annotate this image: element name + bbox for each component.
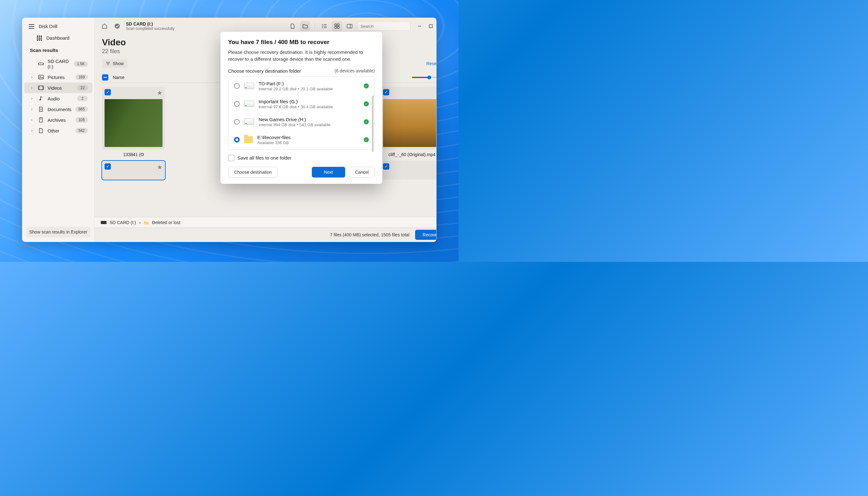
cancel-button[interactable]: Cancel xyxy=(349,167,375,177)
chevron-right-icon: › xyxy=(31,86,34,90)
sidebar-item-count: 1.5K xyxy=(74,61,88,67)
sidebar-item-archives[interactable]: › Archives 105 xyxy=(24,114,92,125)
check-badge-icon: ✓ xyxy=(364,83,369,89)
sidebar-item-count: 542 xyxy=(75,128,88,134)
destination-header: Choose recovery destination folder (6 de… xyxy=(228,68,375,74)
dashboard-label: Dashboard xyxy=(46,35,69,41)
svg-rect-3 xyxy=(39,86,44,90)
svg-point-2 xyxy=(40,76,41,77)
drive-icon xyxy=(244,101,254,107)
destination-item[interactable]: TD-Part (F:)Internal 29.2 GB disk • 29.1… xyxy=(228,77,375,95)
audio-icon xyxy=(38,96,44,101)
app-title: Disk Drill xyxy=(39,24,57,29)
destination-name: Important files (G:) xyxy=(259,99,359,104)
sidebar-item-label: Archives xyxy=(48,118,72,123)
destination-item[interactable]: E:\Recover-filesAvailable 338 GB ✓ xyxy=(228,131,375,149)
svg-rect-4 xyxy=(39,86,40,90)
destination-name: TD-Part (F:) xyxy=(259,81,359,86)
svg-rect-1 xyxy=(39,75,44,79)
destination-label: Choose recovery destination folder xyxy=(228,68,301,74)
sidebar-item-other[interactable]: › Other 542 xyxy=(24,125,92,136)
app-window: Disk Drill Dashboard Scan results SD CAR… xyxy=(22,18,437,242)
check-badge-icon: ✓ xyxy=(364,101,369,106)
check-badge-icon: ✓ xyxy=(364,119,369,124)
modal-title: You have 7 files / 400 MB to recover xyxy=(228,39,375,46)
destination-name: E:\Recover-files xyxy=(257,135,359,140)
chevron-right-icon: › xyxy=(31,75,34,79)
sidebar-item-label: Videos xyxy=(48,85,73,91)
destination-sub: Internal 97.6 GB disk • 38.4 GB availabl… xyxy=(259,105,359,109)
sidebar-item-documents[interactable]: › Documents 665 xyxy=(24,104,92,114)
svg-rect-0 xyxy=(39,63,44,65)
destination-list: TD-Part (F:)Internal 29.2 GB disk • 29.1… xyxy=(228,76,375,150)
save-one-folder-row[interactable]: Save all files to one folder xyxy=(228,155,375,161)
sidebar-item-audio[interactable]: › Audio 2 xyxy=(24,93,92,104)
choose-destination-button[interactable]: Choose destination xyxy=(228,167,278,177)
modal-buttons: Choose destination Next Cancel xyxy=(228,167,375,177)
destination-name: New Games Drive (H:) xyxy=(259,117,359,122)
radio-button[interactable] xyxy=(234,83,240,89)
destination-item[interactable]: Important files (G:)Internal 97.6 GB dis… xyxy=(228,95,375,113)
sidebar: Disk Drill Dashboard Scan results SD CAR… xyxy=(22,18,94,242)
sidebar-item-count: 105 xyxy=(75,117,88,123)
chevron-right-icon: › xyxy=(31,128,34,133)
sidebar-section-title: Scan results xyxy=(22,44,94,56)
sidebar-footer: Show scan results in Explorer xyxy=(22,223,94,242)
chevron-right-icon: › xyxy=(31,118,34,122)
chevron-right-icon: › xyxy=(31,107,34,111)
folder-icon xyxy=(244,136,253,143)
image-icon xyxy=(38,75,44,79)
drive-icon xyxy=(244,83,254,89)
disk-icon xyxy=(38,62,44,66)
sidebar-item-label: SD CARD (I:) xyxy=(48,59,70,69)
radio-button[interactable] xyxy=(234,137,240,143)
check-badge-icon: ✓ xyxy=(364,137,369,142)
file-icon xyxy=(38,128,44,133)
save-one-label: Save all files to one folder xyxy=(238,155,292,160)
radio-button[interactable] xyxy=(234,119,240,125)
dashboard-icon xyxy=(37,35,42,41)
sidebar-dashboard[interactable]: Dashboard xyxy=(22,33,94,44)
radio-button[interactable] xyxy=(234,101,240,107)
sidebar-item-pictures[interactable]: › Pictures 169 xyxy=(24,72,92,82)
svg-point-6 xyxy=(40,99,41,100)
sidebar-item-count: 665 xyxy=(75,106,88,112)
svg-rect-5 xyxy=(43,86,44,90)
drive-icon xyxy=(244,119,254,125)
sidebar-item-count: 22 xyxy=(77,85,88,91)
modal-description: Please choose recovery destination. It i… xyxy=(228,49,375,63)
sidebar-item-label: Documents xyxy=(48,107,72,112)
destination-count: (6 devices available) xyxy=(334,68,375,73)
sidebar-header: Disk Drill xyxy=(22,18,94,33)
chevron-right-icon: › xyxy=(31,96,34,101)
show-in-explorer-button[interactable]: Show scan results in Explorer xyxy=(26,227,90,237)
recovery-destination-modal: You have 7 files / 400 MB to recover Ple… xyxy=(220,32,382,184)
sidebar-item-videos[interactable]: › Videos 22 xyxy=(24,82,92,93)
destination-sub: Internal 29.2 GB disk • 29.1 GB availabl… xyxy=(259,87,359,91)
scrollbar[interactable] xyxy=(372,95,374,152)
sidebar-item-label: Pictures xyxy=(48,75,72,80)
document-icon xyxy=(38,107,44,111)
sidebar-item-count: 169 xyxy=(75,74,88,80)
save-one-checkbox[interactable] xyxy=(228,155,234,161)
hamburger-icon[interactable] xyxy=(29,24,34,29)
sidebar-item-sdcard[interactable]: SD CARD (I:) 1.5K xyxy=(24,56,92,72)
destination-sub: Available 338 GB xyxy=(257,140,359,145)
next-button[interactable]: Next xyxy=(312,167,346,177)
main-area: SD CARD (I:) Scan completed successfully… xyxy=(94,18,437,242)
destination-sub: Internal 894 GB disk • 543 GB available xyxy=(259,122,359,127)
video-icon xyxy=(38,86,44,90)
archive-icon xyxy=(38,118,44,122)
sidebar-item-label: Other xyxy=(48,128,72,134)
modal-backdrop: You have 7 files / 400 MB to recover Ple… xyxy=(94,18,437,242)
sidebar-item-count: 2 xyxy=(77,96,88,101)
destination-item[interactable]: New Games Drive (H:)Internal 894 GB disk… xyxy=(228,113,375,131)
sidebar-item-label: Audio xyxy=(48,96,73,101)
